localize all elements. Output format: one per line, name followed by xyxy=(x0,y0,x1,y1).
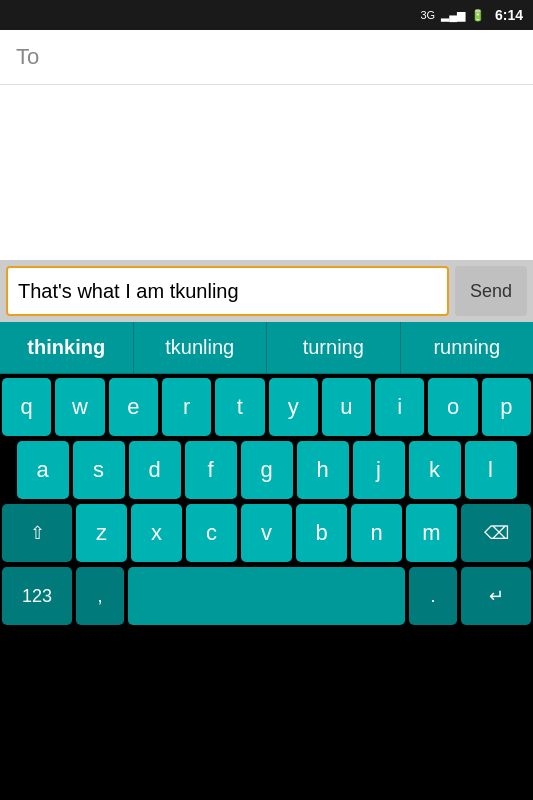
key-x[interactable]: x xyxy=(131,504,182,562)
send-button[interactable]: Send xyxy=(455,266,527,316)
shift-key[interactable]: ⇧ xyxy=(2,504,72,562)
key-s[interactable]: s xyxy=(73,441,125,499)
key-y[interactable]: y xyxy=(269,378,318,436)
key-a[interactable]: a xyxy=(17,441,69,499)
keyboard-row-4: 123 , . ↵ xyxy=(2,567,531,625)
comma-key[interactable]: , xyxy=(76,567,124,625)
backspace-key[interactable]: ⌫ xyxy=(461,504,531,562)
key-u[interactable]: u xyxy=(322,378,371,436)
keyboard-row-3: ⇧ z x c v b n m ⌫ xyxy=(2,504,531,562)
keyboard: q w e r t y u i o p a s d f g h j k l ⇧ … xyxy=(0,374,533,634)
key-l[interactable]: l xyxy=(465,441,517,499)
key-o[interactable]: o xyxy=(428,378,477,436)
autocomplete-row: thinking tkunling turning running xyxy=(0,322,533,374)
message-body xyxy=(0,85,533,260)
key-b[interactable]: b xyxy=(296,504,347,562)
key-k[interactable]: k xyxy=(409,441,461,499)
network-icon: 3G xyxy=(420,9,435,21)
compose-area: To xyxy=(0,30,533,260)
keyboard-row-1: q w e r t y u i o p xyxy=(2,378,531,436)
autocomplete-turning[interactable]: turning xyxy=(267,322,401,373)
key-f[interactable]: f xyxy=(185,441,237,499)
key-m[interactable]: m xyxy=(406,504,457,562)
keyboard-row-2: a s d f g h j k l xyxy=(2,441,531,499)
status-bar: 3G ▂▄▆ 🔋 6:14 xyxy=(0,0,533,30)
key-c[interactable]: c xyxy=(186,504,237,562)
autocomplete-tkunling[interactable]: tkunling xyxy=(134,322,268,373)
key-r[interactable]: r xyxy=(162,378,211,436)
to-field[interactable]: To xyxy=(0,30,533,85)
key-z[interactable]: z xyxy=(76,504,127,562)
battery-icon: 🔋 xyxy=(471,9,485,22)
key-w[interactable]: w xyxy=(55,378,104,436)
key-e[interactable]: e xyxy=(109,378,158,436)
key-j[interactable]: j xyxy=(353,441,405,499)
enter-key[interactable]: ↵ xyxy=(461,567,531,625)
autocomplete-thinking[interactable]: thinking xyxy=(0,322,134,373)
key-p[interactable]: p xyxy=(482,378,531,436)
key-i[interactable]: i xyxy=(375,378,424,436)
text-input-row: Send xyxy=(0,260,533,322)
number-key[interactable]: 123 xyxy=(2,567,72,625)
key-g[interactable]: g xyxy=(241,441,293,499)
key-v[interactable]: v xyxy=(241,504,292,562)
spacebar-key[interactable] xyxy=(128,567,405,625)
key-d[interactable]: d xyxy=(129,441,181,499)
status-time: 6:14 xyxy=(495,7,523,23)
key-q[interactable]: q xyxy=(2,378,51,436)
key-h[interactable]: h xyxy=(297,441,349,499)
autocomplete-running[interactable]: running xyxy=(401,322,534,373)
period-key[interactable]: . xyxy=(409,567,457,625)
message-input[interactable] xyxy=(6,266,449,316)
key-t[interactable]: t xyxy=(215,378,264,436)
key-n[interactable]: n xyxy=(351,504,402,562)
signal-icon: ▂▄▆ xyxy=(441,9,465,22)
